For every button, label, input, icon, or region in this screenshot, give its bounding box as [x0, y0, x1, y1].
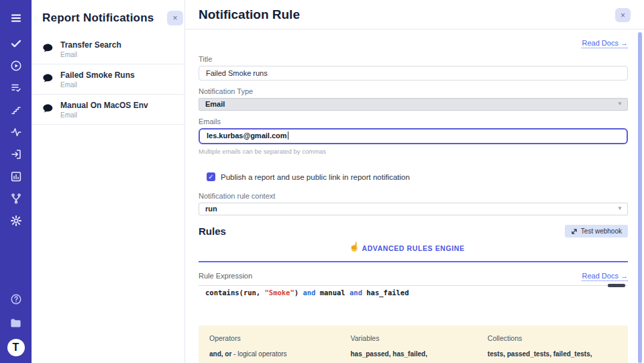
tab-advanced-rules-engine[interactable]: ADVANCED RULES ENGINE: [362, 244, 464, 252]
notification-title: Manual On MacOS Env: [60, 101, 148, 110]
play-circle-icon[interactable]: [9, 58, 23, 73]
help-line: and, or - logical operators: [209, 348, 335, 360]
activity-icon[interactable]: [9, 125, 23, 140]
code-line: contains(run, "Smoke") and manual and ha…: [199, 286, 628, 297]
context-label: Notification rule context: [199, 192, 628, 200]
help-column-title: Variables: [350, 334, 472, 342]
notification-channel: Email: [60, 51, 121, 58]
text-caret: [288, 132, 288, 140]
chat-bubble-icon: [41, 102, 54, 117]
help-circle-icon[interactable]: [9, 292, 23, 307]
code-token: has_failed: [362, 289, 409, 297]
chat-bubble-icon: [41, 42, 54, 57]
app-logo[interactable]: T: [7, 339, 25, 356]
panel-header: Report Notifications ×: [32, 0, 184, 32]
page-title: Notification Rule: [199, 7, 631, 22]
emails-input[interactable]: les.kurbas@gmail.com: [199, 128, 628, 144]
test-webhook-button[interactable]: Test webhook: [565, 225, 628, 238]
app-window: T Report Notifications × Transfer Search…: [0, 0, 644, 363]
help-line: <, >, == - comparison operators: [209, 360, 335, 363]
context-value: run: [205, 205, 217, 213]
icon-sidebar: T: [0, 0, 32, 363]
code-token: contains(run,: [205, 289, 265, 297]
help-column: Variableshas_passed, has_failed, has_com…: [350, 334, 472, 363]
notification-channel: Email: [60, 111, 148, 119]
bar-chart-icon[interactable]: [9, 169, 23, 184]
folder-icon[interactable]: [9, 315, 23, 330]
checkbox-checked-icon[interactable]: ✓: [207, 172, 215, 181]
code-token: ): [294, 289, 303, 297]
emails-label: Emails: [199, 117, 628, 125]
help-column: Collectionstests, passed_tests, failed_t…: [488, 334, 623, 363]
code-token: and: [303, 289, 315, 297]
context-select[interactable]: run ▼: [199, 203, 628, 215]
notification-rule-item[interactable]: Manual On MacOS Env Email: [32, 95, 184, 125]
publish-checkbox-label: Publish a report and use public link in …: [221, 173, 410, 181]
read-docs-link[interactable]: Read Docs →: [582, 39, 628, 47]
read-docs-link[interactable]: Read Docs →: [582, 272, 628, 280]
expression-help-panel: Operatorsand, or - logical operators<, >…: [199, 325, 628, 363]
notification-type-value: Email: [205, 100, 225, 108]
report-notifications-panel: Report Notifications × Transfer Search E…: [32, 0, 185, 363]
mouse-cursor-icon: ☝: [349, 242, 360, 252]
close-dialog-button[interactable]: ×: [615, 8, 631, 22]
steps-icon[interactable]: [9, 103, 23, 117]
gear-icon[interactable]: [9, 213, 23, 228]
panel-title: Report Notifications: [42, 11, 174, 25]
sidebar-bottom-group: T: [7, 292, 25, 356]
notification-title: Failed Smoke Runs: [60, 70, 135, 80]
branch-icon[interactable]: [9, 191, 23, 206]
list-check-icon[interactable]: [9, 81, 23, 95]
notification-type-label: Notification Type: [199, 87, 628, 95]
notification-rule-item[interactable]: Failed Smoke Runs Email: [32, 64, 184, 95]
rules-heading: Rules: [199, 225, 226, 237]
chat-bubble-icon: [41, 72, 54, 87]
publish-checkbox-row[interactable]: ✓ Publish a report and use public link i…: [207, 172, 628, 181]
form-content: Read Docs → Title Notification Type Emai…: [185, 30, 644, 363]
rule-expression-editor[interactable]: contains(run, "Smoke") and manual and ha…: [199, 285, 628, 324]
rule-expression-label: Rule Expression: [199, 272, 252, 280]
code-token: manual: [315, 289, 350, 297]
main-header: Notification Rule ×: [185, 0, 644, 30]
help-column: Operatorsand, or - logical operators<, >…: [209, 334, 335, 363]
check-icon[interactable]: [9, 36, 23, 51]
login-icon[interactable]: [9, 147, 23, 162]
notification-rule-panel: Notification Rule × Read Docs → Title No…: [185, 0, 644, 363]
code-token: and: [350, 289, 362, 297]
menu-icon[interactable]: [9, 11, 23, 25]
help-line: has_passed, has_failed, has_completed,: [350, 348, 472, 363]
notification-title: Transfer Search: [60, 40, 121, 50]
notification-rule-item[interactable]: Transfer Search Email: [32, 34, 184, 64]
help-column-title: Operators: [209, 334, 335, 342]
emails-helper-text: Multiple emails can be separated by comm…: [199, 148, 628, 155]
test-webhook-label: Test webhook: [581, 227, 622, 235]
editor-scrollbar-thumb[interactable]: [608, 284, 625, 287]
webhook-arrows-icon: [571, 228, 578, 235]
notification-type-select[interactable]: Email ▼: [199, 98, 628, 111]
help-line: tests, passed_tests, failed_tests, skipp…: [488, 348, 623, 363]
emails-value: les.kurbas@gmail.com: [207, 132, 287, 140]
code-token: "Smoke": [265, 289, 294, 297]
title-input[interactable]: [199, 66, 628, 81]
chevron-down-icon: ▼: [617, 205, 623, 211]
rules-tabs: ☝ ADVANCED RULES ENGINE: [199, 242, 628, 262]
chevron-down-icon: ▼: [617, 101, 623, 107]
notification-rules-list: Transfer Search Email Failed Smoke Runs …: [32, 34, 184, 125]
title-label: Title: [199, 55, 628, 63]
close-panel-button[interactable]: ×: [167, 11, 183, 25]
help-column-title: Collections: [488, 334, 623, 342]
notification-channel: Email: [60, 81, 135, 89]
